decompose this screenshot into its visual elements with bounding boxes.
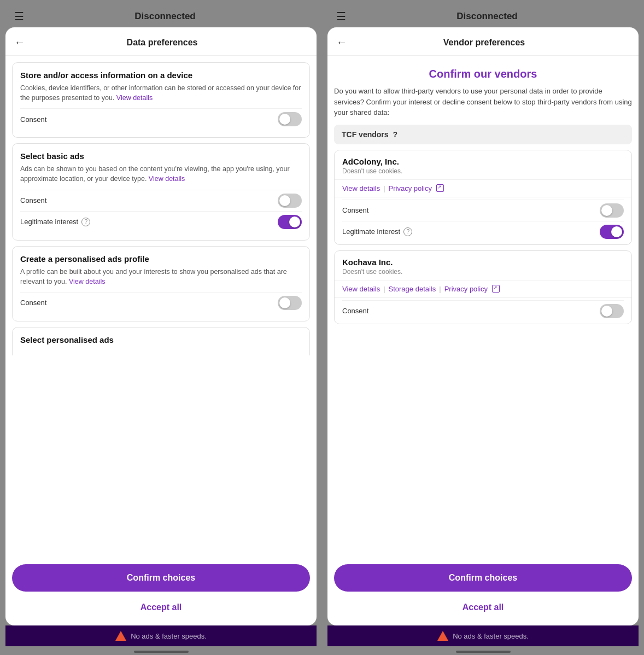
right-home-bar: [456, 651, 511, 653]
section-desc-store: Cookies, device identifiers, or other in…: [20, 83, 302, 103]
toggle-label-adcolony-legit: Legitimate interest ?: [342, 227, 412, 236]
vendor-kochava-links: View details | Storage details | Privacy…: [335, 280, 631, 298]
vendor-adcolony-cookie: Doesn't use cookies.: [342, 167, 624, 175]
section-title-personalised-profile: Create a personalised ads profile: [20, 254, 302, 264]
left-accept-all-button[interactable]: Accept all: [12, 596, 310, 619]
toggle-row-kochava-consent: Consent: [342, 300, 624, 321]
right-back-button[interactable]: ←: [336, 36, 347, 49]
toggle-label-adcolony-consent: Consent: [342, 206, 368, 214]
tcf-help-icon[interactable]: ?: [393, 130, 398, 139]
right-bottom-text: No ads & faster speeds.: [453, 632, 529, 640]
external-link-icon-adcolony: [436, 184, 444, 192]
left-back-button[interactable]: ←: [14, 36, 25, 49]
tcf-header: TCF vendors ?: [334, 125, 632, 144]
pipe-1: |: [383, 184, 385, 192]
toggle-adcolony-consent[interactable]: [600, 203, 624, 218]
kochava-privacy-policy-link[interactable]: Privacy policy: [444, 285, 488, 293]
vendor-confirm-title: Confirm our vendors: [334, 68, 632, 80]
section-card-personalised-profile: Create a personalised ads profile A prof…: [12, 246, 310, 321]
toggle-kochava-consent[interactable]: [600, 304, 624, 318]
toggle-row-consent-personalised: Consent: [20, 292, 302, 313]
toggle-row-adcolony-consent: Consent: [342, 200, 624, 221]
adcolony-privacy-policy-link[interactable]: Privacy policy: [389, 184, 432, 192]
triangle-icon-left: [115, 631, 126, 641]
toggle-consent-store[interactable]: [278, 112, 302, 126]
toggle-consent-basic-ads[interactable]: [278, 194, 302, 208]
left-confirm-button[interactable]: Confirm choices: [12, 564, 310, 592]
status-dot-left: [126, 14, 131, 19]
right-home-indicator: [327, 646, 639, 655]
toggle-label-legit-basic-ads: Legitimate interest ?: [20, 218, 90, 226]
vendor-adcolony-header: AdColony, Inc. Doesn't use cookies.: [335, 150, 631, 180]
right-status-bar: ☰ Disconnected: [327, 5, 639, 27]
section-card-select-personalised-ads: Select personalised ads: [12, 327, 310, 355]
toggle-label-consent-store: Consent: [20, 115, 46, 124]
hamburger-icon-left[interactable]: ☰: [14, 10, 24, 23]
toggle-row-consent-basic-ads: Consent: [20, 190, 302, 211]
left-phone-panel: ☰ Disconnected ← Data preferences Store …: [0, 0, 322, 655]
help-icon-legit-basic-ads[interactable]: ?: [81, 218, 90, 226]
kochava-storage-details-link[interactable]: Storage details: [389, 285, 436, 293]
section-desc-personalised-profile: A profile can be built about you and you…: [20, 267, 302, 286]
external-link-icon-kochava: [492, 285, 500, 293]
left-status-title: Disconnected: [126, 11, 195, 22]
vendor-adcolony-toggles: Consent Legitimate interest ?: [335, 197, 631, 244]
section-title-basic-ads: Select basic ads: [20, 151, 302, 161]
vendor-intro: Do you want to allow third-party vendors…: [334, 86, 632, 118]
tcf-label: TCF vendors: [342, 130, 389, 139]
right-phone-panel: ☰ Disconnected ← Vendor preferences Conf…: [322, 0, 644, 655]
vendor-kochava-cookie: Doesn't use cookies.: [342, 268, 624, 276]
kochava-view-details-link[interactable]: View details: [342, 285, 380, 293]
vendor-card-kochava: Kochava Inc. Doesn't use cookies. View d…: [334, 250, 632, 324]
left-bottom-text: No ads & faster speeds.: [131, 632, 207, 640]
pipe-3: |: [439, 285, 441, 293]
help-icon-adcolony-legit[interactable]: ?: [403, 227, 412, 236]
toggle-label-consent-basic-ads: Consent: [20, 196, 46, 204]
section-card-basic-ads: Select basic ads Ads can be shown to you…: [12, 143, 310, 240]
left-bottom-bar: No ads & faster speeds.: [5, 625, 317, 646]
toggle-consent-personalised[interactable]: [278, 296, 302, 310]
left-home-indicator: [5, 646, 317, 655]
toggle-label-kochava-consent: Consent: [342, 307, 368, 315]
right-confirm-button[interactable]: Confirm choices: [334, 564, 632, 592]
section-title-store: Store and/or access information on a dev…: [20, 71, 302, 80]
toggle-legit-basic-ads[interactable]: [278, 215, 302, 229]
vendor-adcolony-links: View details | Privacy policy: [335, 180, 631, 197]
view-details-link-store[interactable]: View details: [116, 94, 153, 102]
right-modal-title: Vendor preferences: [352, 38, 617, 48]
view-details-link-basic-ads[interactable]: View details: [149, 175, 185, 183]
toggle-label-consent-personalised: Consent: [20, 299, 46, 307]
toggle-row-adcolony-legit: Legitimate interest ?: [342, 221, 624, 242]
vendor-adcolony-name: AdColony, Inc.: [342, 157, 624, 166]
vendor-kochava-toggles: Consent: [335, 298, 631, 324]
left-modal-card: ← Data preferences Store and/or access i…: [5, 27, 317, 625]
vendor-card-adcolony: AdColony, Inc. Doesn't use cookies. View…: [334, 150, 632, 245]
hamburger-icon-right[interactable]: ☰: [336, 10, 346, 23]
section-card-store-access: Store and/or access information on a dev…: [12, 62, 310, 138]
toggle-row-consent-store: Consent: [20, 108, 302, 130]
right-status-title: Disconnected: [448, 11, 517, 22]
adcolony-view-details-link[interactable]: View details: [342, 184, 380, 192]
right-modal-card: ← Vendor preferences Confirm our vendors…: [327, 27, 639, 625]
right-accept-all-button[interactable]: Accept all: [334, 596, 632, 619]
left-modal-body: Store and/or access information on a dev…: [5, 56, 317, 558]
left-home-bar: [134, 651, 189, 653]
left-modal-header: ← Data preferences: [5, 27, 317, 56]
section-desc-basic-ads: Ads can be shown to you based on the con…: [20, 164, 302, 184]
pipe-2: |: [383, 285, 385, 293]
triangle-icon-right: [437, 631, 448, 641]
right-modal-body: Confirm our vendors Do you want to allow…: [327, 56, 639, 558]
left-status-bar: ☰ Disconnected: [5, 5, 317, 27]
section-title-select-personalised: Select personalised ads: [20, 335, 302, 344]
right-modal-header: ← Vendor preferences: [327, 27, 639, 56]
view-details-link-personalised-profile[interactable]: View details: [69, 278, 105, 285]
vendor-kochava-name: Kochava Inc.: [342, 258, 624, 267]
vendor-kochava-header: Kochava Inc. Doesn't use cookies.: [335, 251, 631, 280]
toggle-adcolony-legit[interactable]: [600, 225, 624, 239]
toggle-row-legit-basic-ads: Legitimate interest ?: [20, 211, 302, 232]
status-dot-right: [448, 14, 453, 19]
left-modal-title: Data preferences: [30, 38, 295, 48]
right-bottom-bar: No ads & faster speeds.: [327, 625, 639, 646]
